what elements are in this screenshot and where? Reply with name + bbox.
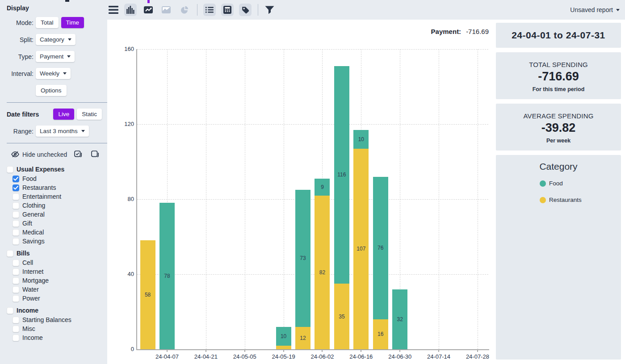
average-spending-card: AVERAGE SPENDING -39.82 Per week [496, 104, 621, 151]
checkbox-starting-balances[interactable] [13, 317, 19, 323]
checkbox-income[interactable] [7, 307, 13, 314]
category-item-label[interactable]: Internet [22, 268, 43, 275]
category-item-starting-balances: Starting Balances [0, 315, 107, 324]
bar-segment-restaurants-24-05-19[interactable] [276, 346, 291, 349]
list-icon[interactable] [203, 4, 216, 16]
category-item-label[interactable]: Cell [22, 259, 33, 266]
date-filter-option-live[interactable]: Live [53, 109, 74, 120]
gridline [137, 49, 488, 50]
category-item-label[interactable]: Power [22, 295, 40, 302]
custom-report-page: Display Mode: TotalTime Split: Category … [0, 0, 625, 364]
checkbox-mortgage[interactable] [13, 277, 19, 284]
chart-header-value: -716.69 [466, 28, 489, 35]
gridline [284, 49, 284, 349]
filter-icon[interactable] [264, 4, 275, 16]
category-item-label[interactable]: Restaurants [22, 184, 56, 191]
x-axis-tickmark [206, 350, 206, 352]
chevron-down-icon [616, 9, 620, 11]
category-item-medical: Medical [0, 228, 107, 237]
report-sidebar: Display Mode: TotalTime Split: Category … [0, 0, 107, 364]
chart-header-label: Payment: [431, 28, 461, 35]
split-select[interactable]: Category [36, 34, 76, 45]
date-filter-option-static[interactable]: Static [77, 109, 102, 120]
x-axis-tickmark [283, 350, 284, 352]
mode-option-total[interactable]: Total [36, 17, 59, 28]
deselect-all-button[interactable] [91, 151, 99, 158]
report-main: Payment:-716.69 587810127382935116107101… [107, 20, 625, 364]
tag-icon[interactable] [239, 4, 252, 16]
x-axis-tick-label: 24-05-19 [264, 353, 303, 360]
calculator-icon[interactable] [221, 4, 234, 16]
checkbox-cell[interactable] [13, 259, 19, 266]
menu-icon[interactable] [108, 4, 119, 16]
gridline [245, 49, 245, 349]
cutoff-artifact [65, 0, 69, 2]
gridline [206, 49, 206, 349]
checkbox-bills[interactable] [7, 250, 13, 257]
checkbox-income[interactable] [13, 335, 19, 341]
checkbox-medical[interactable] [13, 229, 19, 236]
x-axis-tick-label: 24-04-07 [148, 353, 186, 360]
mode-row: Mode: TotalTime [0, 17, 107, 28]
type-select-value: Payment [40, 53, 63, 60]
select-all-button[interactable] [74, 151, 82, 158]
checkbox-entertainment[interactable] [13, 193, 19, 200]
report-selector[interactable]: Unsaved report [570, 6, 620, 13]
category-section-label[interactable]: Bills [17, 250, 30, 257]
category-item-label[interactable]: Entertainment [22, 193, 61, 200]
donut-chart-icon[interactable] [178, 4, 190, 16]
bar-chart-icon[interactable] [124, 4, 137, 16]
area-chart-icon[interactable] [160, 4, 172, 16]
category-item-mortgage: Mortgage [0, 276, 107, 285]
category-item-label[interactable]: Income [22, 334, 43, 341]
x-axis-tickmark [167, 350, 168, 352]
category-item-label[interactable]: Misc [22, 325, 35, 332]
checkbox-clothing[interactable] [13, 202, 19, 209]
checkbox-gift[interactable] [13, 220, 19, 227]
checkbox-usual-expenses[interactable] [7, 166, 13, 173]
cutoff-artifact [147, 0, 150, 3]
category-item-entertainment: Entertainment [0, 192, 107, 201]
bar-chart-plot: 58781012738293511610710167632 [137, 49, 488, 349]
legend-item-food: Food [540, 180, 621, 187]
gridline [439, 49, 439, 349]
report-selector-label: Unsaved report [570, 6, 613, 13]
line-chart-icon[interactable] [142, 4, 155, 16]
bar-value-label: 58 [140, 292, 155, 298]
type-select[interactable]: Payment [36, 51, 75, 62]
x-axis-tick-label: 24-04-21 [187, 353, 225, 360]
category-item-label[interactable]: Medical [22, 229, 44, 236]
category-item-cell: Cell [0, 258, 107, 267]
display-section-title: Display [7, 4, 107, 12]
legend-dot-icon [540, 197, 546, 203]
x-axis-tickmark [244, 350, 245, 352]
category-item-label[interactable]: Starting Balances [22, 316, 71, 323]
mode-toggle-group: TotalTime [36, 17, 84, 28]
mode-label: Mode: [6, 19, 34, 26]
category-item-label[interactable]: Mortgage [22, 277, 49, 284]
range-select[interactable]: Last 3 months [36, 126, 89, 137]
category-item-label[interactable]: Water [22, 286, 39, 293]
mode-option-time[interactable]: Time [61, 17, 84, 28]
checkbox-power[interactable] [13, 295, 19, 302]
category-item-label[interactable]: Food [22, 175, 37, 182]
chevron-down-icon [81, 130, 85, 132]
checkbox-misc[interactable] [13, 326, 19, 332]
checkbox-restaurants[interactable] [13, 184, 19, 191]
category-item-label[interactable]: Savings [22, 238, 45, 245]
interval-select[interactable]: Weekly [36, 68, 71, 79]
checkbox-general[interactable] [13, 211, 19, 218]
split-select-value: Category [40, 36, 64, 43]
category-item-label[interactable]: Clothing [22, 202, 45, 209]
category-item-label[interactable]: Gift [22, 220, 32, 227]
legend-items: FoodRestaurants [496, 180, 621, 203]
bar-value-label: 32 [392, 316, 407, 322]
checkbox-savings[interactable] [13, 238, 19, 245]
category-item-label[interactable]: General [22, 211, 45, 218]
checkbox-food[interactable] [13, 176, 19, 182]
checkbox-internet[interactable] [13, 268, 19, 275]
options-button[interactable]: Options [36, 85, 67, 96]
category-section-label[interactable]: Income [17, 307, 38, 314]
checkbox-water[interactable] [13, 286, 19, 293]
category-section-label[interactable]: Usual Expenses [17, 166, 64, 173]
